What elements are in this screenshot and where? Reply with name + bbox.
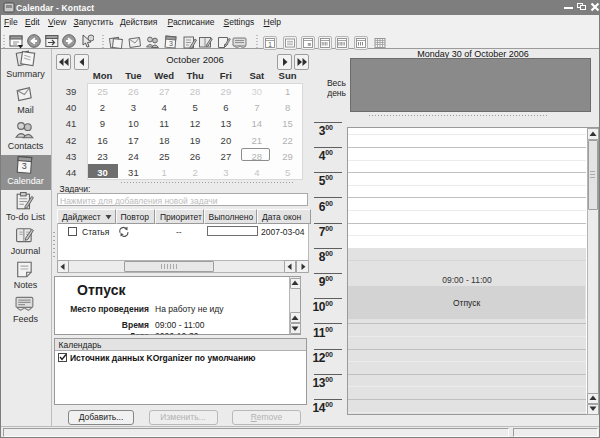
svg-text:3: 3	[169, 40, 173, 47]
svg-text:3: 3	[22, 161, 27, 171]
svg-text:1: 1	[268, 41, 272, 48]
